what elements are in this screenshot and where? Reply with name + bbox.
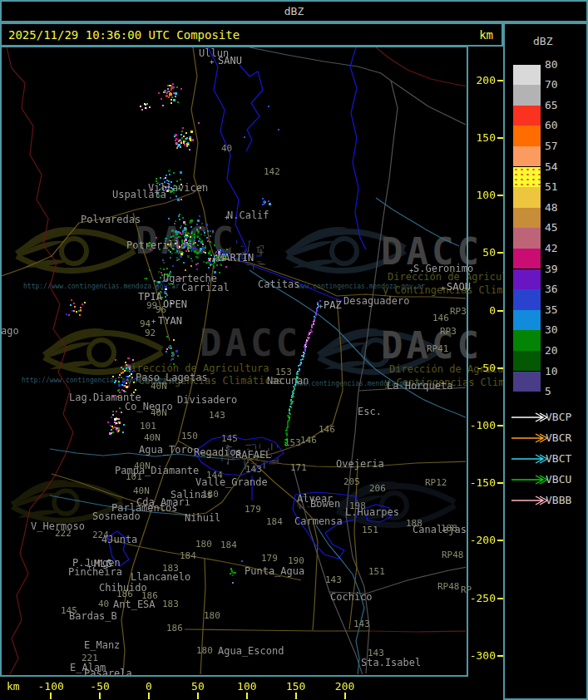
- legend-label-VBBB: VBBB: [546, 494, 571, 506]
- legend-label-VBCU: VBCU: [546, 473, 571, 486]
- scale-value-5: 5: [545, 385, 551, 397]
- scale-band-51: [513, 187, 541, 208]
- right-axis-tick: [497, 252, 503, 254]
- bottom-axis-tick: [50, 693, 52, 699]
- scale-band-80: [513, 65, 541, 86]
- bottom-axis-tick: [197, 693, 199, 699]
- vbcp-arrow-icon: [511, 412, 547, 422]
- scale-band-42: [513, 249, 541, 269]
- scale-value-54: 54: [545, 160, 558, 173]
- scale-value-42: 42: [545, 242, 558, 254]
- scale-value-60: 60: [545, 119, 558, 131]
- right-axis-tick: [497, 482, 503, 484]
- map-viewport[interactable]: [0, 46, 468, 677]
- right-axis-tick: [497, 195, 503, 196]
- bottom-axis-tick: [246, 693, 248, 699]
- scale-band-60: [513, 126, 541, 146]
- scale-value-35: 35: [545, 303, 558, 316]
- scale-band-35: [513, 310, 541, 331]
- scale-band-39: [513, 269, 541, 290]
- vbct-arrow-icon: [511, 454, 547, 464]
- bottom-axis-tick: [344, 693, 346, 699]
- scale-value-70: 70: [545, 78, 558, 91]
- scale-band-57: [513, 146, 541, 167]
- bottom-distance-axis: [0, 676, 503, 700]
- right-axis-tick: [497, 367, 503, 369]
- bottom-axis-tick: [295, 693, 297, 699]
- scale-band-30: [513, 330, 541, 351]
- scale-value-48: 48: [545, 201, 558, 214]
- radar-app-window: dBZ 2025/11/29 10:36:00 UTC Composite km: [0, 0, 588, 700]
- scale-band-48: [513, 208, 541, 229]
- scale-band-65: [513, 106, 541, 126]
- vbbb-arrow-icon: [511, 495, 547, 505]
- legend-label-VBCT: VBCT: [546, 452, 571, 465]
- scale-band-54: [513, 167, 541, 188]
- right-axis-tick: [497, 425, 503, 426]
- bottom-axis-tick: [148, 693, 150, 699]
- scale-value-30: 30: [545, 323, 558, 336]
- scale-value-51: 51: [545, 180, 558, 193]
- right-axis-tick: [497, 598, 503, 599]
- scale-band-70: [513, 85, 541, 106]
- right-axis-tick: [497, 137, 503, 139]
- vbcu-arrow-icon: [511, 475, 547, 485]
- legend-label-VBCR: VBCR: [546, 431, 571, 444]
- right-axis-tick: [497, 310, 503, 312]
- scale-value-80: 80: [545, 58, 558, 71]
- scale-band-36: [513, 289, 541, 310]
- scale-value-65: 65: [545, 99, 558, 111]
- scale-band-20: [513, 351, 541, 372]
- scale-value-10: 10: [545, 365, 558, 377]
- right-axis-tick: [497, 540, 503, 541]
- scale-value-57: 57: [545, 140, 558, 152]
- scale-value-20: 20: [545, 344, 558, 357]
- scale-value-39: 39: [545, 263, 558, 275]
- scale-value-45: 45: [545, 221, 558, 234]
- scale-band-45: [513, 228, 541, 249]
- legend-label-VBCP: VBCP: [546, 411, 571, 423]
- right-axis-tick: [497, 80, 503, 81]
- right-axis-tick: [497, 655, 503, 657]
- scale-band-10: [513, 372, 541, 392]
- vbcr-arrow-icon: [511, 433, 547, 443]
- bottom-axis-tick: [99, 693, 101, 699]
- scale-value-36: 36: [545, 283, 558, 295]
